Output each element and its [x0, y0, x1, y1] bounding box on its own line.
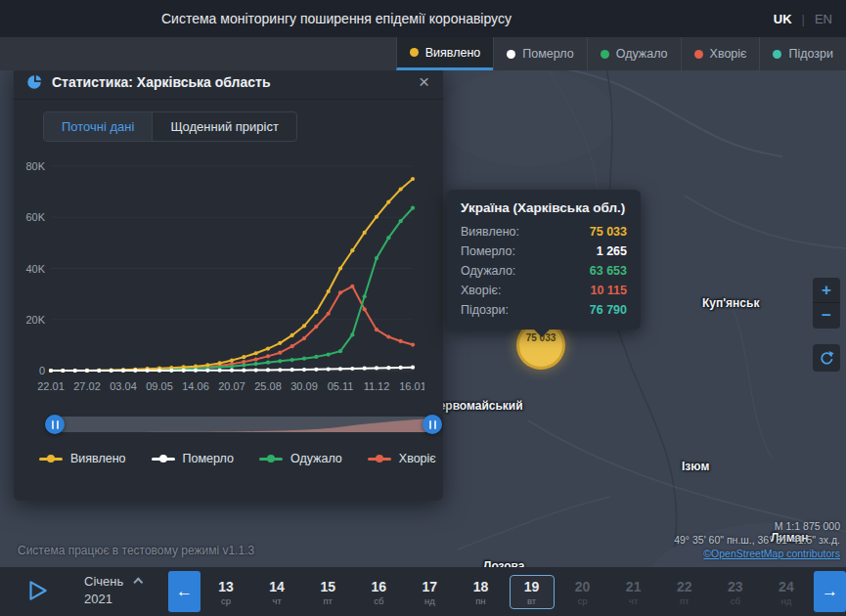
tooltip-row: Померло:1 265: [461, 242, 627, 261]
metric-legend-item[interactable]: Хворіє: [681, 37, 760, 70]
chevron-up-icon: [134, 577, 144, 587]
metric-legend-label: Підозри: [788, 47, 833, 61]
day-weekday: чт: [612, 595, 655, 606]
day-number: 13: [204, 579, 247, 594]
timeline-day[interactable]: 14чт: [254, 575, 299, 609]
metric-legend-item[interactable]: Підозри: [759, 37, 846, 70]
map-zoom-controls: + −: [813, 278, 840, 329]
lang-divider: |: [802, 12, 805, 26]
map-city-label: Первомайський: [430, 399, 523, 413]
tooltip-row-label: Померло:: [461, 242, 515, 261]
minus-icon: −: [822, 306, 831, 326]
plus-icon: +: [822, 281, 831, 300]
chart-legend-item[interactable]: Померло: [152, 452, 234, 465]
lang-en-button[interactable]: EN: [815, 12, 832, 26]
metric-legend-item[interactable]: Одужало: [587, 37, 681, 70]
statistics-panel: Статистика: Харківська область × Поточні…: [14, 65, 443, 501]
region-marker-value: 75 033: [526, 332, 557, 367]
slider-handle-right[interactable]: [423, 415, 442, 434]
statistics-panel-title: Статистика: Харківська область: [52, 74, 417, 90]
tooltip-row-value: 1 265: [597, 242, 627, 261]
timeline-day[interactable]: 22пт: [662, 575, 707, 609]
map-info: М 1:1 875 000 49° 35' 60" пн.ш., 36° 31'…: [674, 519, 840, 560]
svg-text:0: 0: [39, 365, 45, 376]
timeline-day[interactable]: 13ср: [203, 575, 248, 609]
day-weekday: чт: [255, 595, 298, 606]
next-week-button[interactable]: →: [814, 571, 846, 612]
legend-dot-icon: [410, 48, 419, 57]
svg-text:25.08: 25.08: [254, 380, 282, 392]
osm-attribution-link[interactable]: ©OpenStreetMap contributors: [703, 548, 840, 559]
day-number: 17: [408, 579, 451, 594]
day-number: 15: [306, 579, 349, 594]
chart-legend-item[interactable]: Хворіє: [368, 452, 436, 465]
slider-handle-left[interactable]: [45, 415, 65, 434]
svg-text:22.01: 22.01: [37, 380, 65, 392]
svg-text:14.06: 14.06: [182, 380, 209, 392]
refresh-icon: [818, 349, 835, 367]
tooltip-row: Хворіє:10 115: [461, 281, 627, 300]
metric-legend-bar: ВиявленоПомерлоОдужалоХворієПідозри: [0, 37, 846, 70]
timeline-day[interactable]: 18пн: [458, 575, 503, 609]
timeline-day[interactable]: 16сб: [356, 575, 401, 609]
legend-dot-icon: [601, 50, 609, 59]
timeline-day[interactable]: 15пт: [305, 575, 350, 609]
day-weekday: сб: [714, 595, 757, 606]
map-coordinates: 49° 35' 60" пн.ш., 36° 31' 41.5" зх.д.: [674, 533, 840, 547]
tooltip-pointer: [533, 329, 551, 337]
lang-uk-button[interactable]: UK: [774, 12, 792, 26]
legend-dot-icon: [773, 50, 781, 59]
legend-dot-icon: [694, 50, 703, 59]
svg-text:05.11: 05.11: [328, 380, 354, 392]
day-number: 21: [612, 579, 655, 594]
play-button[interactable]: [22, 577, 53, 606]
close-icon: ×: [419, 71, 429, 92]
svg-text:30.09: 30.09: [290, 380, 318, 392]
series-marker-icon: [368, 455, 391, 462]
close-panel-button[interactable]: ×: [417, 72, 431, 91]
day-weekday: ср: [561, 595, 604, 606]
prev-week-button[interactable]: ←: [168, 571, 200, 612]
refresh-button[interactable]: [813, 344, 840, 372]
timeline-day[interactable]: 24нд: [764, 575, 809, 609]
svg-text:16.01: 16.01: [399, 380, 424, 392]
chart-legend-label: Хворіє: [399, 452, 436, 465]
timeline-day[interactable]: 20ср: [560, 575, 605, 609]
timeline-bar: Січень 2021 ← 13ср14чт15пт16сб17нд18пн19…: [0, 567, 846, 616]
chart-legend-item[interactable]: Одужало: [259, 452, 342, 465]
tooltip-row-value: 76 790: [590, 300, 627, 320]
month-selector[interactable]: Січень 2021: [84, 573, 139, 608]
zoom-out-button[interactable]: −: [813, 303, 840, 329]
metric-legend-item[interactable]: Виявлено: [396, 37, 494, 70]
metric-legend-label: Померло: [522, 47, 573, 61]
tab-daily-increase[interactable]: Щоденний приріст: [152, 112, 296, 141]
timeline-day[interactable]: 21чт: [611, 575, 656, 609]
tab-current-data[interactable]: Поточні дані: [44, 112, 152, 141]
timeline-day[interactable]: 19вт: [510, 575, 555, 609]
chart-legend-label: Одужало: [290, 452, 342, 465]
year-label: 2021: [84, 591, 139, 608]
chart-legend-item[interactable]: Виявлено: [39, 452, 126, 465]
svg-text:11.12: 11.12: [364, 380, 390, 392]
day-weekday: сб: [357, 595, 400, 606]
tooltip-row-value: 10 115: [590, 281, 627, 300]
zoom-in-button[interactable]: +: [813, 278, 840, 303]
series-marker-icon: [259, 455, 283, 462]
metric-legend-item[interactable]: Померло: [493, 37, 586, 70]
svg-text:60K: 60K: [25, 211, 45, 223]
series-marker-icon: [152, 455, 175, 462]
test-mode-status: Система працює в тестовому режимі v1.1.3: [18, 544, 254, 557]
arrow-left-icon: ←: [176, 582, 193, 601]
timeline-day[interactable]: 23сб: [713, 575, 758, 609]
timeline-day[interactable]: 17нд: [407, 575, 452, 609]
day-weekday: пн: [459, 595, 502, 606]
day-number: 20: [561, 579, 604, 594]
slider-preview-chart[interactable]: [55, 413, 432, 436]
day-number: 16: [357, 579, 400, 594]
statistics-chart[interactable]: 80K60K40K20K022.0127.0203.0409.0514.0620…: [22, 153, 424, 399]
map-city-label: Ізюм: [682, 460, 709, 473]
metric-legend-items: ВиявленоПомерлоОдужалоХворієПідозри: [396, 37, 846, 70]
tooltip-row: Підозри:76 790: [461, 300, 627, 320]
svg-text:40K: 40K: [25, 263, 45, 275]
svg-text:20K: 20K: [25, 314, 45, 326]
